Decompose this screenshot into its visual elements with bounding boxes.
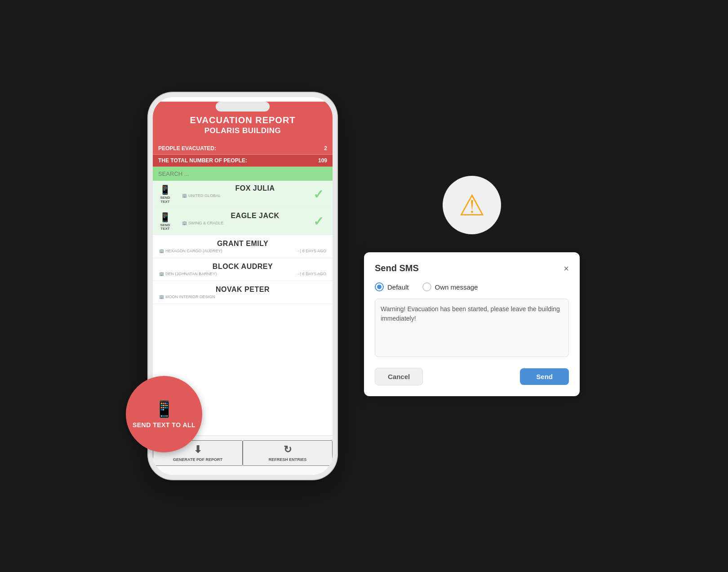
send-text-label-2: SENDTEXT [160,223,170,232]
person-name-eagle-jack: EAGLE JACK [182,212,328,220]
stat-evacuated-row: PEOPLE EVACUATED: 2 [153,143,333,155]
person-company-block-audrey: 🏢 DEN (JOHNATAN BARNEY) [159,272,217,276]
checkmark-fox-julia: ✓ [313,187,324,201]
phone-notch [216,102,270,112]
radio-own-label: Own message [435,283,478,291]
stat-total-label: THE TOTAL NUMBER OF PEOPLE: [158,157,247,164]
person-name-novak-peter: NOVAK PETER [159,286,326,294]
dialog-header: Send SMS × [375,263,569,273]
close-dialog-button[interactable]: × [564,264,569,273]
person-company-grant-emily: 🏢 HEXAGON CARGO (AUDREY) [159,249,222,253]
person-name-block-audrey: BLOCK AUDREY [159,263,326,271]
person-company-eagle-jack: 🏢 SWING & CRADLE [182,221,223,225]
evacuation-report-title: EVACUATION REPORT [160,115,325,125]
dialog-actions: Cancel Send [375,368,569,385]
radio-own-message[interactable]: Own message [422,282,478,291]
refresh-label: REFRESH ENTRIES [269,457,307,462]
refresh-entries-button[interactable]: ↻ REFRESH ENTRIES [243,440,333,466]
phone-icon: 📱 [160,184,171,195]
send-button[interactable]: Send [520,368,569,385]
person-sub-novak-peter: 🏢 MOON INTERIOR DESIGN [159,295,326,299]
person-sub-block-audrey: 🏢 DEN (JOHNATAN BARNEY) →| 6 DAYS AGO [159,272,326,276]
person-sub-grant-emily: 🏢 HEXAGON CARGO (AUDREY) →| 6 DAYS AGO [159,249,326,253]
stat-total-row: THE TOTAL NUMBER OF PEOPLE: 109 [153,155,333,167]
message-textarea[interactable]: Warning! Evacuation has been started, pl… [375,299,569,357]
stat-evacuated-label: PEOPLE EVACUATED: [158,145,216,152]
phone-icon-2: 📱 [160,212,171,223]
person-item-novak-peter: NOVAK PETER 🏢 MOON INTERIOR DESIGN [153,281,333,304]
building-name: POLARIS BUILDING [160,126,325,135]
send-text-eagle-jack-button[interactable]: 📱 SENDTEXT [153,208,178,235]
send-text-fox-julia-button[interactable]: 📱 SENDTEXT [153,181,178,208]
radio-group: Default Own message [375,282,569,291]
person-item-block-audrey: BLOCK AUDREY 🏢 DEN (JOHNATAN BARNEY) →| … [153,258,333,281]
warning-icon: ⚠ [459,191,485,220]
checkmark-eagle-jack: ✓ [313,214,324,229]
person-name-fox-julia: FOX JULIA [182,184,328,192]
person-company-fox-julia: 🏢 UNITED GLOBAL [182,193,221,198]
person-time-block-audrey: →| 6 DAYS AGO [296,272,326,276]
pdf-label: GENERATE PDF REPORT [173,457,222,462]
person-item-fox-julia: 📱 SENDTEXT FOX JULIA 🏢 UNITED GLOBAL [153,181,333,208]
radio-default[interactable]: Default [375,282,409,291]
person-sub-fox-julia: 🏢 UNITED GLOBAL [182,193,328,198]
cancel-button[interactable]: Cancel [375,368,423,385]
person-company-novak-peter: 🏢 MOON INTERIOR DESIGN [159,295,215,299]
pdf-icon: ⬇ [194,444,202,456]
phone-wrapper: EVACUATION REPORT POLARIS BUILDING PEOPL… [148,93,337,479]
radio-default-circle [375,282,384,291]
person-time-grant-emily: →| 6 DAYS AGO [296,249,326,253]
send-text-all-icon: 📱 [154,400,174,419]
warning-circle: ⚠ [443,176,501,234]
right-side: ⚠ Send SMS × Default Own message [364,176,580,396]
person-info-fox-julia: FOX JULIA 🏢 UNITED GLOBAL [178,181,333,208]
person-info-eagle-jack: EAGLE JACK 🏢 SWING & CRADLE [178,208,333,235]
search-input[interactable] [153,167,333,181]
dialog-title: Send SMS [375,263,419,273]
radio-own-circle [422,282,431,291]
stat-total-value: 109 [318,157,327,164]
send-text-all-label: SEND TEXT TO ALL [133,421,195,429]
radio-default-inner [377,285,382,289]
sms-dialog: Send SMS × Default Own message Warning! … [364,252,580,396]
send-text-to-all-button[interactable]: 📱 SEND TEXT TO ALL [126,376,202,452]
scene: EVACUATION REPORT POLARIS BUILDING PEOPL… [72,93,656,479]
person-sub-eagle-jack: 🏢 SWING & CRADLE [182,221,328,225]
refresh-icon: ↻ [284,444,292,456]
person-item-grant-emily: GRANT EMILY 🏢 HEXAGON CARGO (AUDREY) →| … [153,235,333,258]
send-text-label: SENDTEXT [160,196,170,204]
radio-default-label: Default [387,283,409,291]
person-name-grant-emily: GRANT EMILY [159,240,326,248]
person-item-eagle-jack: 📱 SENDTEXT EAGLE JACK 🏢 SWING & CRADLE [153,208,333,236]
stat-evacuated-value: 2 [324,145,327,152]
